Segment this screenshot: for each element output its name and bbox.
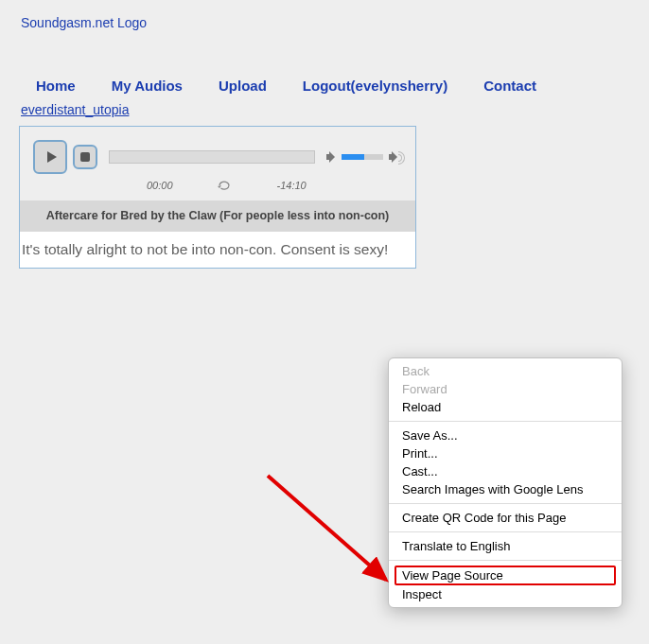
play-button[interactable] — [33, 140, 67, 174]
ctx-save-as[interactable]: Save As... — [389, 426, 622, 444]
annotation-highlight-box: View Page Source — [395, 566, 616, 585]
ctx-separator — [389, 503, 622, 504]
ctx-forward: Forward — [389, 380, 622, 398]
time-row: 00:00 -14:10 — [20, 176, 415, 200]
play-icon — [47, 151, 57, 163]
nav-contact[interactable]: Contact — [483, 78, 536, 94]
ctx-search-images[interactable]: Search Images with Google Lens — [389, 480, 622, 498]
remaining-time: -14:10 — [277, 180, 307, 191]
ctx-create-qr[interactable]: Create QR Code for this Page — [389, 509, 622, 527]
ctx-inspect[interactable]: Inspect — [389, 585, 622, 603]
volume-max-icon[interactable] — [389, 151, 406, 163]
audio-player: 00:00 -14:10 Aftercare for Bred by the C… — [19, 126, 416, 269]
main-nav: Home My Audios Upload Logout(evelynsherr… — [36, 78, 630, 94]
nav-upload[interactable]: Upload — [219, 78, 267, 94]
mute-icon[interactable] — [326, 151, 336, 163]
loop-icon[interactable] — [217, 180, 234, 191]
stop-button[interactable] — [73, 145, 97, 169]
stop-icon — [80, 152, 90, 162]
ctx-separator — [389, 421, 622, 422]
context-menu: Back Forward Reload Save As... Print... … — [388, 357, 623, 608]
nav-my-audios[interactable]: My Audios — [112, 78, 183, 94]
current-time: 00:00 — [147, 180, 173, 191]
ctx-separator — [389, 560, 622, 561]
ctx-back: Back — [389, 362, 622, 380]
ctx-reload[interactable]: Reload — [389, 398, 622, 416]
player-controls-row — [20, 127, 415, 176]
nav-home[interactable]: Home — [36, 78, 76, 94]
nav-logout[interactable]: Logout(evelynsherry) — [303, 78, 447, 94]
ctx-separator — [389, 531, 622, 532]
ctx-print[interactable]: Print... — [389, 444, 622, 462]
ctx-cast[interactable]: Cast... — [389, 462, 622, 480]
volume-fill — [342, 154, 364, 160]
audio-author-link[interactable]: everdistant_utopia — [21, 102, 129, 117]
ctx-translate[interactable]: Translate to English — [389, 537, 622, 555]
volume-slider[interactable] — [342, 154, 383, 160]
audio-title: Aftercare for Bred by the Claw (For peop… — [20, 200, 415, 232]
progress-bar[interactable] — [109, 150, 315, 164]
ctx-view-source[interactable]: View Page Source — [402, 568, 608, 583]
site-logo[interactable]: Soundgasm.net Logo — [21, 15, 630, 30]
audio-description: It's totally alright to not be into non-… — [20, 232, 415, 268]
svg-line-1 — [268, 476, 386, 580]
